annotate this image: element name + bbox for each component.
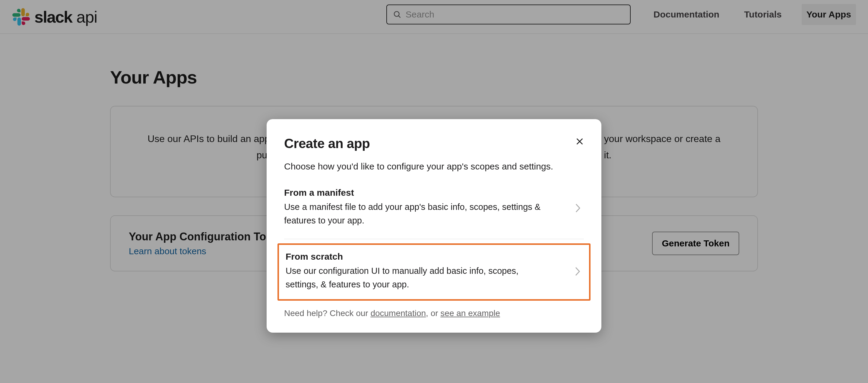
option-from-scratch[interactable]: From scratch Use our configuration UI to…: [277, 243, 591, 301]
modal-subtitle: Choose how you'd like to configure your …: [284, 160, 584, 173]
option-divider: [284, 239, 584, 239]
option-manifest-desc: Use a manifest file to add your app's ba…: [284, 200, 544, 227]
create-app-modal: Create an app Choose how you'd like to c…: [267, 119, 601, 332]
close-button[interactable]: [573, 135, 586, 148]
option-scratch-desc: Use our configuration UI to manually add…: [286, 264, 545, 291]
help-prefix: Need help? Check our: [284, 309, 370, 318]
help-example-link[interactable]: see an example: [440, 309, 500, 318]
help-documentation-link[interactable]: documentation: [370, 309, 426, 318]
option-scratch-title: From scratch: [286, 252, 582, 262]
help-mid: , or: [426, 309, 440, 318]
close-icon: [576, 137, 584, 146]
modal-title: Create an app: [284, 136, 584, 151]
chevron-right-icon: [574, 266, 581, 278]
option-manifest-title: From a manifest: [284, 188, 584, 198]
modal-overlay[interactable]: Create an app Choose how you'd like to c…: [0, 0, 868, 383]
option-from-manifest[interactable]: From a manifest Use a manifest file to a…: [284, 182, 584, 235]
modal-help: Need help? Check our documentation, or s…: [284, 309, 584, 318]
chevron-right-icon: [574, 203, 582, 215]
